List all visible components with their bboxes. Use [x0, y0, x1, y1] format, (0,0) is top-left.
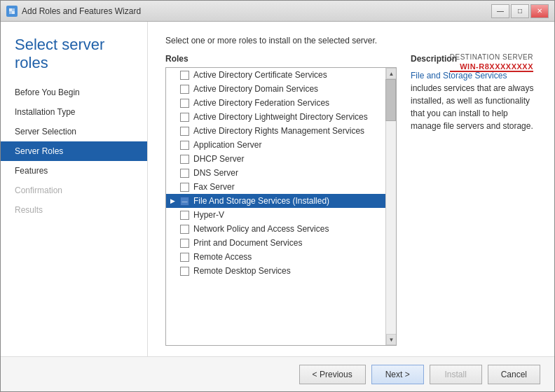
- role-label-fax: Fax Server: [193, 182, 235, 192]
- sidebar: Select server roles Before You Begin Ins…: [1, 22, 148, 356]
- role-label-dhcp: DHCP Server: [193, 154, 244, 164]
- checkbox-print-doc[interactable]: [180, 239, 189, 248]
- role-item-file-storage[interactable]: ▶ File And Storage Services (Installed): [166, 194, 385, 208]
- expand-arrow-file-storage[interactable]: ▶: [170, 197, 180, 204]
- maximize-button[interactable]: □: [511, 4, 529, 18]
- nav-list: Before You Begin Installation Type Serve…: [1, 83, 147, 220]
- role-item-hyper-v[interactable]: Hyper-V: [166, 208, 385, 222]
- role-item-ad-domain[interactable]: Active Directory Domain Services: [166, 82, 385, 96]
- role-label-network-policy: Network Policy and Access Services: [193, 224, 329, 234]
- expand-arrow-print-doc: [170, 239, 180, 246]
- expand-arrow-ad-cert: [170, 71, 180, 78]
- destination-server-label: DESTINATION SERVER: [450, 53, 533, 61]
- role-item-dhcp[interactable]: DHCP Server: [166, 152, 385, 166]
- install-button[interactable]: Install: [430, 365, 482, 384]
- window-controls: — □ ✕: [491, 4, 549, 18]
- role-label-file-storage: File And Storage Services (Installed): [193, 196, 329, 206]
- window-title: Add Roles and Features Wizard: [22, 6, 141, 16]
- description-link[interactable]: File and Storage Services: [411, 71, 507, 80]
- role-label-ad-domain: Active Directory Domain Services: [193, 84, 318, 94]
- next-button[interactable]: Next >: [371, 365, 424, 384]
- checkbox-ad-lightweight[interactable]: [180, 113, 189, 122]
- description-text: File and Storage Services includes servi…: [411, 69, 537, 132]
- sidebar-item-server-roles[interactable]: Server Roles: [1, 141, 147, 161]
- sidebar-item-server-selection[interactable]: Server Selection: [1, 122, 147, 141]
- role-label-app-server: Application Server: [193, 140, 261, 150]
- svg-rect-3: [12, 8, 15, 11]
- svg-rect-0: [9, 8, 12, 11]
- role-label-remote-access: Remote Access: [193, 252, 252, 262]
- expand-arrow-ad-domain: [170, 85, 180, 92]
- checkbox-remote-desktop[interactable]: [180, 267, 189, 276]
- roles-list-wrapper: Active Directory Certificate Services Ac…: [165, 67, 397, 346]
- checkbox-dhcp[interactable]: [180, 155, 189, 164]
- previous-button[interactable]: < Previous: [299, 365, 366, 384]
- sidebar-item-confirmation: Confirmation: [1, 181, 147, 200]
- sidebar-item-features[interactable]: Features: [1, 161, 147, 181]
- expand-arrow-dns: [170, 169, 180, 176]
- expand-arrow-app-server: [170, 141, 180, 148]
- checkbox-network-policy[interactable]: [180, 225, 189, 234]
- role-item-ad-cert[interactable]: Active Directory Certificate Services: [166, 68, 385, 82]
- main-content: DESTINATION SERVER WIN-R8XXXXXXXX Select…: [148, 22, 554, 356]
- role-label-dns: DNS Server: [193, 168, 238, 178]
- content-area: Select server roles Before You Begin Ins…: [1, 22, 554, 356]
- checkbox-dns[interactable]: [180, 169, 189, 178]
- checkbox-fax[interactable]: [180, 183, 189, 192]
- roles-panel: Roles Active Directory Certificate Servi…: [165, 54, 397, 346]
- checkbox-file-storage[interactable]: [180, 197, 189, 206]
- expand-arrow-ad-lightweight: [170, 113, 180, 120]
- main-window: Add Roles and Features Wizard — □ ✕ Sele…: [0, 0, 555, 392]
- checkbox-ad-rights[interactable]: [180, 127, 189, 136]
- role-item-ad-lightweight[interactable]: Active Directory Lightweight Directory S…: [166, 110, 385, 124]
- description-panel: Description File and Storage Services in…: [411, 54, 537, 346]
- role-label-remote-desktop: Remote Desktop Services: [193, 266, 291, 276]
- close-button[interactable]: ✕: [530, 4, 549, 18]
- expand-arrow-dhcp: [170, 155, 180, 162]
- role-label-hyper-v: Hyper-V: [193, 210, 224, 220]
- expand-arrow-remote-access: [170, 253, 180, 260]
- checkbox-ad-domain[interactable]: [180, 85, 189, 94]
- checkbox-app-server[interactable]: [180, 141, 189, 150]
- page-title: Select server roles: [1, 22, 147, 83]
- role-item-ad-rights[interactable]: Active Directory Rights Management Servi…: [166, 124, 385, 138]
- checkbox-ad-cert[interactable]: [180, 71, 189, 80]
- role-label-ad-rights: Active Directory Rights Management Servi…: [193, 126, 364, 136]
- scrollbar-thumb[interactable]: [385, 79, 396, 121]
- scrollbar-arrow-down[interactable]: ▼: [386, 334, 397, 345]
- sidebar-item-installation-type[interactable]: Installation Type: [1, 102, 147, 122]
- scrollbar-track[interactable]: ▲ ▼: [385, 68, 396, 345]
- checkbox-hyper-v[interactable]: [180, 211, 189, 220]
- checkbox-remote-access[interactable]: [180, 253, 189, 262]
- role-item-print-doc[interactable]: Print and Document Services: [166, 236, 385, 250]
- role-label-ad-lightweight: Active Directory Lightweight Directory S…: [193, 112, 368, 122]
- expand-arrow-fax: [170, 183, 180, 190]
- title-bar: Add Roles and Features Wizard — □ ✕: [1, 1, 554, 22]
- checkbox-ad-fed[interactable]: [180, 99, 189, 108]
- expand-arrow-network-policy: [170, 225, 180, 232]
- role-item-network-policy[interactable]: Network Policy and Access Services: [166, 222, 385, 236]
- footer: < Previous Next > Install Cancel: [1, 356, 554, 391]
- role-label-ad-cert: Active Directory Certificate Services: [193, 70, 327, 80]
- roles-container: Roles Active Directory Certificate Servi…: [165, 54, 537, 346]
- app-icon: [6, 6, 18, 17]
- role-item-dns[interactable]: DNS Server: [166, 166, 385, 180]
- role-label-ad-fed: Active Directory Federation Services: [193, 98, 329, 108]
- destination-server-info: DESTINATION SERVER WIN-R8XXXXXXXX: [450, 53, 533, 72]
- role-item-ad-fed[interactable]: Active Directory Federation Services: [166, 96, 385, 110]
- description-body: includes services that are always instal…: [411, 83, 533, 131]
- role-item-fax[interactable]: Fax Server: [166, 180, 385, 194]
- svg-rect-1: [12, 11, 15, 14]
- svg-rect-2: [9, 11, 12, 14]
- minimize-button[interactable]: —: [491, 4, 509, 18]
- expand-arrow-hyper-v: [170, 211, 180, 218]
- title-bar-left: Add Roles and Features Wizard: [6, 6, 141, 17]
- sidebar-item-results: Results: [1, 200, 147, 220]
- sidebar-item-before-you-begin[interactable]: Before You Begin: [1, 83, 147, 102]
- role-item-app-server[interactable]: Application Server: [166, 138, 385, 152]
- scrollbar-arrow-up[interactable]: ▲: [386, 68, 397, 79]
- role-item-remote-access[interactable]: Remote Access: [166, 250, 385, 264]
- role-item-remote-desktop[interactable]: Remote Desktop Services: [166, 264, 385, 278]
- cancel-button[interactable]: Cancel: [488, 365, 540, 384]
- destination-server-name: WIN-R8XXXXXXXX: [450, 62, 533, 72]
